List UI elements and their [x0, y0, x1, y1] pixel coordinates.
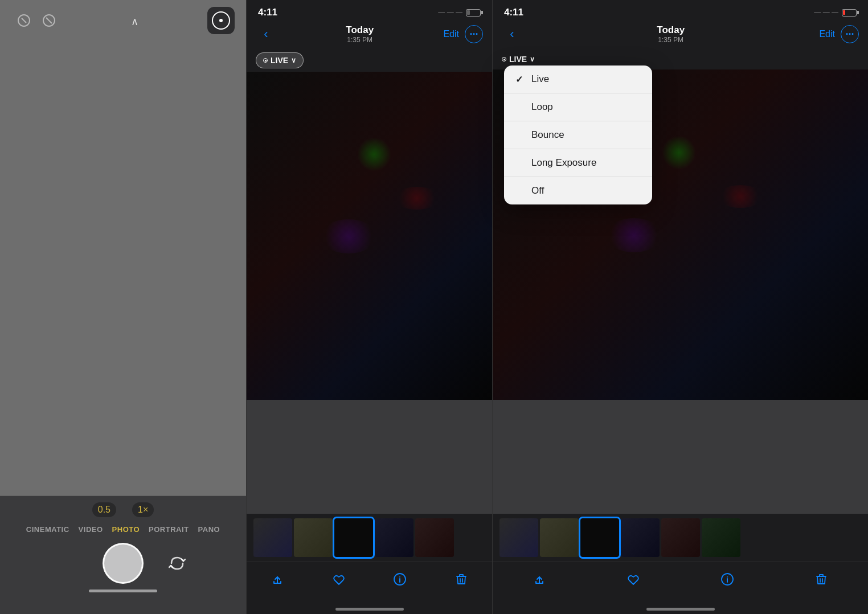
zoom-1x-btn[interactable]: 1× [132, 502, 154, 517]
thumbnail-1[interactable] [253, 518, 292, 557]
dropdown-item-loop[interactable]: Loop [504, 93, 652, 121]
nav-title-3: Today 1:35 PM [657, 24, 685, 44]
thumbnail-3-6[interactable] [702, 518, 740, 557]
mode-cinematic[interactable]: CINEMATIC [26, 525, 69, 534]
live-dot-icon [263, 58, 268, 63]
photo-blob-2 [394, 187, 440, 210]
thumbnail-3-3[interactable] [580, 518, 619, 557]
dropdown-item-long-exposure[interactable]: Long Exposure [504, 149, 652, 177]
thumbnails-row-3 [493, 514, 868, 562]
info-button-3[interactable] [716, 568, 739, 591]
camera-zoom-row: 0.5 1× [0, 496, 246, 522]
thumbnail-5[interactable] [415, 518, 454, 557]
more-options-btn[interactable]: ··· [465, 25, 483, 43]
photo-blob-3-3 [605, 218, 662, 252]
photos-nav-bar: ‹ Today 1:35 PM Edit ··· [247, 22, 492, 49]
rotate-camera-btn[interactable] [166, 552, 188, 574]
thumbnail-2[interactable] [294, 518, 333, 557]
home-indicator-2 [335, 608, 404, 611]
camera-viewfinder [0, 39, 246, 495]
photo-blob-3-1 [662, 136, 696, 170]
nav-actions-3: Edit ··· [819, 25, 859, 43]
photos-nav-bar-3: ‹ Today 1:35 PM Edit ··· [493, 22, 868, 49]
live-chevron-icon: ∨ [291, 56, 296, 64]
checkmark-icon: ✓ [515, 74, 527, 85]
edit-button[interactable]: Edit [443, 29, 459, 39]
zoom-05-btn[interactable]: 0.5 [92, 502, 116, 517]
back-button[interactable]: ‹ [256, 24, 276, 44]
dropdown-live-label: Live [531, 73, 549, 85]
status-icons: — — — [438, 9, 481, 17]
dropdown-loop-label: Loop [531, 101, 553, 113]
thumbnail-3-2[interactable] [540, 518, 579, 557]
mode-portrait[interactable]: PORTRAIT [149, 525, 189, 534]
camera-bottom: 0.5 1× CINEMATIC VIDEO PHOTO PORTRAIT PA… [0, 496, 246, 614]
status-icons-3: — — — [814, 9, 857, 17]
photos-toolbar [247, 562, 492, 608]
dropdown-bounce-label: Bounce [531, 129, 564, 141]
thumbnail-3-5[interactable] [661, 518, 700, 557]
battery-icon-3 [842, 9, 857, 17]
status-time-3: 4:11 [504, 7, 523, 18]
dropdown-item-off[interactable]: Off [504, 177, 652, 204]
svg-point-11 [727, 576, 728, 578]
photos-gray-area-3 [493, 400, 868, 514]
share-button-3[interactable] [528, 568, 551, 591]
photo-blob-3 [320, 219, 377, 253]
photos-dropdown-panel: 4:11 — — — ‹ Today 1:35 PM Edit ··· LIVE [492, 0, 868, 614]
share-button[interactable] [266, 568, 289, 591]
photo-blob-3-2 [718, 185, 763, 208]
mode-video[interactable]: VIDEO [79, 525, 103, 534]
photos-gray-area [247, 400, 492, 514]
nav-title: Today 1:35 PM [346, 24, 374, 44]
photo-content [247, 72, 492, 400]
svg-line-3 [46, 18, 52, 23]
camera-target-btn[interactable] [207, 7, 235, 34]
photos-toolbar-3 [493, 562, 868, 608]
favorite-button[interactable] [327, 568, 350, 591]
camera-live-btn[interactable] [36, 8, 62, 33]
photos-panel: 4:11 — — — ‹ Today 1:35 PM Edit ··· [246, 0, 492, 614]
camera-top-bar: ∧ [0, 0, 246, 39]
back-button-3[interactable]: ‹ [502, 24, 522, 44]
dropdown-off-label: Off [531, 185, 544, 197]
shutter-button[interactable] [103, 543, 144, 584]
thumbnail-3[interactable] [334, 518, 373, 557]
edit-button-3[interactable]: Edit [819, 29, 835, 39]
live-dot-icon-3 [502, 57, 506, 62]
camera-controls-row [0, 539, 246, 590]
status-time: 4:11 [258, 7, 277, 18]
thumbnail-3-4[interactable] [621, 518, 660, 557]
photos-status-bar: 4:11 — — — [247, 0, 492, 22]
live-dropdown-menu: ✓ Live Loop Bounce Long Exposure Off [504, 66, 652, 204]
battery-icon [466, 9, 481, 17]
camera-panel: ∧ LIVE 0.5 1× CINEMATIC VIDEO PHOTO PORT… [0, 0, 246, 614]
camera-expand-btn[interactable]: ∧ [131, 15, 138, 28]
live-pill-3[interactable]: LIVE ∨ [502, 52, 535, 66]
photos-status-bar-3: 4:11 — — — [493, 0, 868, 22]
dropdown-item-bounce[interactable]: Bounce [504, 121, 652, 149]
delete-button-3[interactable] [810, 568, 833, 591]
delete-button[interactable] [450, 568, 473, 591]
home-indicator [89, 590, 157, 592]
live-pill[interactable]: LIVE ∨ [256, 52, 304, 68]
camera-modes-row: CINEMATIC VIDEO PHOTO PORTRAIT PANO [0, 522, 246, 539]
svg-point-7 [399, 576, 400, 578]
main-photo [247, 72, 492, 400]
dropdown-item-live[interactable]: ✓ Live [504, 66, 652, 93]
favorite-button-3[interactable] [622, 568, 645, 591]
thumbnails-row [247, 514, 492, 562]
mode-pano[interactable]: PANO [198, 525, 220, 534]
nav-actions: Edit ··· [443, 25, 483, 43]
dropdown-long-exposure-label: Long Exposure [531, 157, 596, 169]
thumbnail-4[interactable] [375, 518, 413, 557]
home-indicator-3 [646, 608, 715, 611]
mode-photo[interactable]: PHOTO [112, 525, 140, 534]
thumbnail-3-1[interactable] [499, 518, 538, 557]
photo-blob-1 [357, 137, 391, 171]
info-button[interactable] [388, 568, 411, 591]
camera-flash-btn[interactable] [11, 8, 36, 33]
live-chevron-icon-3: ∨ [530, 55, 535, 63]
more-options-btn-3[interactable]: ··· [841, 25, 859, 43]
svg-line-1 [22, 18, 26, 23]
